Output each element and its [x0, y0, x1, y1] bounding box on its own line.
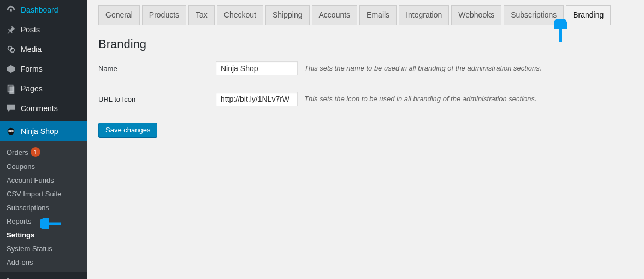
icon-url-input[interactable]	[216, 92, 298, 106]
tab-label: Integration	[406, 10, 442, 19]
tab-products[interactable]: Products	[142, 5, 186, 25]
sidebar-sub-subscriptions[interactable]: Subscriptions	[0, 201, 87, 214]
sidebar-sub-coupons[interactable]: Coupons	[0, 160, 87, 173]
sidebar-sub-csv-import[interactable]: CSV Import Suite	[0, 187, 87, 201]
name-label: Name	[98, 61, 216, 73]
name-description: This sets the name to be used in all bra…	[304, 61, 541, 72]
svg-rect-6	[9, 130, 14, 132]
tab-subscriptions[interactable]: Subscriptions	[504, 5, 564, 25]
sidebar-sub-label: Account Funds	[7, 176, 54, 184]
main-content: General Products Tax Checkout Shipping A…	[87, 0, 644, 279]
sidebar-sub-reports[interactable]: Reports	[0, 214, 87, 228]
sidebar-item-products[interactable]: Products	[0, 272, 87, 279]
sidebar-item-dashboard[interactable]: Dashboard	[0, 0, 87, 20]
field-row-icon-url: URL to Icon This sets the icon to be use…	[98, 92, 633, 106]
sidebar-sub-system-status[interactable]: System Status	[0, 242, 87, 255]
sidebar-sub-label: Settings	[7, 231, 34, 239]
sidebar-sub-label: Orders	[7, 148, 28, 156]
tab-general[interactable]: General	[98, 5, 140, 25]
sidebar-item-pages[interactable]: Pages	[0, 79, 87, 98]
sidebar-item-label: Dashboard	[21, 5, 58, 14]
field-row-name: Name This sets the name to be used in al…	[98, 61, 633, 75]
comment-icon	[5, 103, 16, 114]
sidebar-sub-label: CSV Import Suite	[7, 190, 61, 198]
forms-icon	[5, 63, 16, 74]
sidebar-item-label: Ninja Shop	[21, 127, 58, 136]
tab-label: Shipping	[273, 10, 303, 19]
tab-label: Products	[149, 10, 179, 19]
sidebar-item-label: Posts	[21, 25, 40, 34]
tab-shipping[interactable]: Shipping	[265, 5, 310, 25]
page-title: Branding	[98, 37, 633, 51]
tab-checkout[interactable]: Checkout	[217, 5, 263, 25]
sidebar-sub-add-ons[interactable]: Add-ons	[0, 255, 87, 269]
tab-webhooks[interactable]: Webhooks	[451, 5, 501, 25]
sidebar-item-forms[interactable]: Forms	[0, 59, 87, 79]
name-input[interactable]	[216, 61, 298, 75]
sidebar-item-media[interactable]: Media	[0, 39, 87, 59]
svg-rect-4	[9, 86, 14, 94]
sidebar-sub-label: Subscriptions	[7, 204, 49, 212]
sidebar-sub-label: Coupons	[7, 162, 35, 171]
tab-label: Emails	[367, 10, 389, 19]
sidebar-sub-orders[interactable]: Orders 1	[0, 144, 87, 160]
sidebar-sub-label: System Status	[7, 245, 52, 253]
sidebar-item-label: Comments	[21, 104, 58, 113]
pin-icon	[5, 24, 16, 35]
svg-marker-2	[7, 65, 15, 73]
tab-label: Tax	[196, 10, 208, 19]
save-changes-button[interactable]: Save changes	[98, 123, 157, 137]
tab-branding[interactable]: Branding	[566, 5, 611, 25]
sidebar-item-label: Pages	[21, 84, 43, 93]
icon-url-label: URL to Icon	[98, 92, 216, 103]
media-icon	[5, 44, 16, 55]
sidebar-item-comments[interactable]: Comments	[0, 98, 87, 118]
svg-point-7	[9, 131, 10, 132]
tab-label: Branding	[573, 10, 604, 19]
sidebar-item-label: Media	[21, 45, 42, 54]
ninja-icon	[5, 126, 16, 137]
sidebar-item-posts[interactable]: Posts	[0, 20, 87, 39]
tab-label: Accounts	[319, 10, 351, 19]
pages-icon	[5, 83, 16, 94]
sidebar-subnav: Orders 1 Coupons Account Funds CSV Impor…	[0, 141, 87, 272]
tab-tax[interactable]: Tax	[188, 5, 215, 25]
tab-integration[interactable]: Integration	[399, 5, 449, 25]
sidebar-sub-label: Reports	[7, 217, 32, 225]
tab-label: General	[105, 10, 133, 19]
icon-url-description: This sets the icon to be used in all bra…	[304, 92, 537, 103]
svg-point-8	[11, 131, 13, 132]
tab-label: Webhooks	[458, 10, 494, 19]
sidebar-sub-settings[interactable]: Settings	[0, 228, 87, 242]
sidebar-sub-label: Add-ons	[7, 258, 33, 266]
settings-tabs: General Products Tax Checkout Shipping A…	[98, 5, 633, 25]
tab-accounts[interactable]: Accounts	[312, 5, 358, 25]
tab-label: Checkout	[224, 10, 256, 19]
cart-icon	[5, 277, 16, 279]
sidebar-item-label: Forms	[21, 65, 43, 73]
orders-badge: 1	[31, 147, 40, 157]
sidebar-item-ninja-shop[interactable]: Ninja Shop	[0, 121, 87, 141]
sidebar-sub-account-funds[interactable]: Account Funds	[0, 173, 87, 187]
admin-sidebar: Dashboard Posts Media Forms Pages Commen…	[0, 0, 87, 279]
dashboard-icon	[5, 4, 16, 15]
tab-emails[interactable]: Emails	[359, 5, 397, 25]
tab-label: Subscriptions	[511, 10, 557, 19]
